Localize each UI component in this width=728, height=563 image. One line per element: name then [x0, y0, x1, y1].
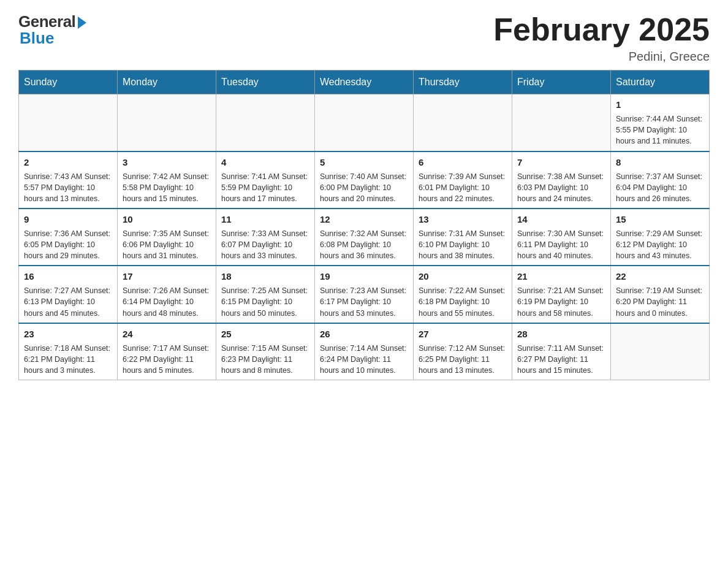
day-info: Sunrise: 7:38 AM Sunset: 6:03 PM Dayligh… — [517, 171, 605, 204]
day-info: Sunrise: 7:37 AM Sunset: 6:04 PM Dayligh… — [616, 171, 704, 204]
day-number: 12 — [320, 213, 408, 226]
table-row — [118, 94, 216, 151]
day-info: Sunrise: 7:21 AM Sunset: 6:19 PM Dayligh… — [517, 285, 605, 318]
day-number: 26 — [320, 327, 408, 340]
calendar-header-row: Sunday Monday Tuesday Wednesday Thursday… — [19, 71, 710, 94]
day-info: Sunrise: 7:30 AM Sunset: 6:11 PM Dayligh… — [517, 228, 605, 261]
day-info: Sunrise: 7:44 AM Sunset: 5:55 PM Dayligh… — [616, 113, 704, 147]
day-number: 21 — [517, 270, 605, 283]
col-thursday: Thursday — [414, 71, 512, 94]
day-info: Sunrise: 7:27 AM Sunset: 6:13 PM Dayligh… — [24, 285, 112, 318]
col-friday: Friday — [512, 71, 611, 94]
day-number: 10 — [123, 213, 211, 226]
day-info: Sunrise: 7:43 AM Sunset: 5:57 PM Dayligh… — [24, 171, 112, 204]
day-info: Sunrise: 7:39 AM Sunset: 6:01 PM Dayligh… — [419, 171, 507, 204]
day-number: 13 — [419, 213, 507, 226]
calendar-week-row: 1Sunrise: 7:44 AM Sunset: 5:55 PM Daylig… — [19, 94, 710, 151]
day-info: Sunrise: 7:22 AM Sunset: 6:18 PM Dayligh… — [419, 285, 507, 318]
table-row — [414, 94, 512, 151]
day-number: 17 — [123, 270, 211, 283]
day-info: Sunrise: 7:40 AM Sunset: 6:00 PM Dayligh… — [320, 171, 408, 204]
table-row: 8Sunrise: 7:37 AM Sunset: 6:04 PM Daylig… — [611, 151, 710, 209]
table-row: 26Sunrise: 7:14 AM Sunset: 6:24 PM Dayli… — [315, 323, 414, 380]
table-row: 6Sunrise: 7:39 AM Sunset: 6:01 PM Daylig… — [414, 151, 512, 209]
day-number: 8 — [616, 156, 704, 169]
table-row: 11Sunrise: 7:33 AM Sunset: 6:07 PM Dayli… — [216, 209, 315, 266]
logo-blue-text: Blue — [18, 29, 54, 48]
day-number: 24 — [123, 327, 211, 340]
table-row: 18Sunrise: 7:25 AM Sunset: 6:15 PM Dayli… — [216, 266, 315, 323]
day-number: 15 — [616, 213, 704, 226]
day-number: 27 — [419, 327, 507, 340]
table-row: 21Sunrise: 7:21 AM Sunset: 6:19 PM Dayli… — [512, 266, 611, 323]
day-info: Sunrise: 7:14 AM Sunset: 6:24 PM Dayligh… — [320, 343, 408, 376]
table-row: 9Sunrise: 7:36 AM Sunset: 6:05 PM Daylig… — [19, 209, 118, 266]
calendar-week-row: 2Sunrise: 7:43 AM Sunset: 5:57 PM Daylig… — [19, 151, 710, 209]
table-row — [315, 94, 414, 151]
day-number: 1 — [616, 98, 704, 111]
day-info: Sunrise: 7:15 AM Sunset: 6:23 PM Dayligh… — [221, 343, 309, 376]
col-monday: Monday — [118, 71, 216, 94]
day-info: Sunrise: 7:31 AM Sunset: 6:10 PM Dayligh… — [419, 228, 507, 261]
day-info: Sunrise: 7:19 AM Sunset: 6:20 PM Dayligh… — [616, 285, 704, 318]
table-row: 4Sunrise: 7:41 AM Sunset: 5:59 PM Daylig… — [216, 151, 315, 209]
logo-arrow-icon — [78, 17, 86, 29]
table-row: 17Sunrise: 7:26 AM Sunset: 6:14 PM Dayli… — [118, 266, 216, 323]
day-number: 2 — [24, 156, 112, 169]
day-info: Sunrise: 7:11 AM Sunset: 6:27 PM Dayligh… — [517, 343, 605, 376]
day-info: Sunrise: 7:18 AM Sunset: 6:21 PM Dayligh… — [24, 343, 112, 376]
table-row — [216, 94, 315, 151]
day-number: 28 — [517, 327, 605, 340]
location-subtitle: Pedini, Greece — [493, 50, 710, 64]
table-row — [19, 94, 118, 151]
day-number: 23 — [24, 327, 112, 340]
day-number: 3 — [123, 156, 211, 169]
day-number: 5 — [320, 156, 408, 169]
logo: General Blue — [18, 12, 86, 48]
table-row — [611, 323, 710, 380]
table-row: 24Sunrise: 7:17 AM Sunset: 6:22 PM Dayli… — [118, 323, 216, 380]
col-sunday: Sunday — [19, 71, 118, 94]
table-row: 28Sunrise: 7:11 AM Sunset: 6:27 PM Dayli… — [512, 323, 611, 380]
table-row: 25Sunrise: 7:15 AM Sunset: 6:23 PM Dayli… — [216, 323, 315, 380]
day-info: Sunrise: 7:42 AM Sunset: 5:58 PM Dayligh… — [123, 171, 211, 204]
day-info: Sunrise: 7:41 AM Sunset: 5:59 PM Dayligh… — [221, 171, 309, 204]
month-title: February 2025 — [493, 12, 710, 47]
calendar-week-row: 9Sunrise: 7:36 AM Sunset: 6:05 PM Daylig… — [19, 209, 710, 266]
table-row: 27Sunrise: 7:12 AM Sunset: 6:25 PM Dayli… — [414, 323, 512, 380]
day-number: 11 — [221, 213, 309, 226]
day-info: Sunrise: 7:29 AM Sunset: 6:12 PM Dayligh… — [616, 228, 704, 261]
title-area: February 2025 Pedini, Greece — [493, 12, 710, 64]
day-info: Sunrise: 7:25 AM Sunset: 6:15 PM Dayligh… — [221, 285, 309, 318]
calendar-week-row: 23Sunrise: 7:18 AM Sunset: 6:21 PM Dayli… — [19, 323, 710, 380]
day-info: Sunrise: 7:17 AM Sunset: 6:22 PM Dayligh… — [123, 343, 211, 376]
table-row: 23Sunrise: 7:18 AM Sunset: 6:21 PM Dayli… — [19, 323, 118, 380]
day-number: 7 — [517, 156, 605, 169]
table-row — [512, 94, 611, 151]
day-number: 6 — [419, 156, 507, 169]
page-header: General Blue February 2025 Pedini, Greec… — [18, 12, 710, 64]
day-number: 18 — [221, 270, 309, 283]
table-row: 16Sunrise: 7:27 AM Sunset: 6:13 PM Dayli… — [19, 266, 118, 323]
table-row: 20Sunrise: 7:22 AM Sunset: 6:18 PM Dayli… — [414, 266, 512, 323]
day-number: 22 — [616, 270, 704, 283]
calendar-week-row: 16Sunrise: 7:27 AM Sunset: 6:13 PM Dayli… — [19, 266, 710, 323]
day-number: 20 — [419, 270, 507, 283]
col-tuesday: Tuesday — [216, 71, 315, 94]
col-saturday: Saturday — [611, 71, 710, 94]
col-wednesday: Wednesday — [315, 71, 414, 94]
table-row: 10Sunrise: 7:35 AM Sunset: 6:06 PM Dayli… — [118, 209, 216, 266]
table-row: 3Sunrise: 7:42 AM Sunset: 5:58 PM Daylig… — [118, 151, 216, 209]
table-row: 19Sunrise: 7:23 AM Sunset: 6:17 PM Dayli… — [315, 266, 414, 323]
table-row: 15Sunrise: 7:29 AM Sunset: 6:12 PM Dayli… — [611, 209, 710, 266]
day-number: 19 — [320, 270, 408, 283]
table-row: 5Sunrise: 7:40 AM Sunset: 6:00 PM Daylig… — [315, 151, 414, 209]
table-row: 14Sunrise: 7:30 AM Sunset: 6:11 PM Dayli… — [512, 209, 611, 266]
day-number: 16 — [24, 270, 112, 283]
day-number: 25 — [221, 327, 309, 340]
day-info: Sunrise: 7:33 AM Sunset: 6:07 PM Dayligh… — [221, 228, 309, 261]
day-info: Sunrise: 7:12 AM Sunset: 6:25 PM Dayligh… — [419, 343, 507, 376]
table-row: 7Sunrise: 7:38 AM Sunset: 6:03 PM Daylig… — [512, 151, 611, 209]
day-number: 14 — [517, 213, 605, 226]
day-number: 9 — [24, 213, 112, 226]
